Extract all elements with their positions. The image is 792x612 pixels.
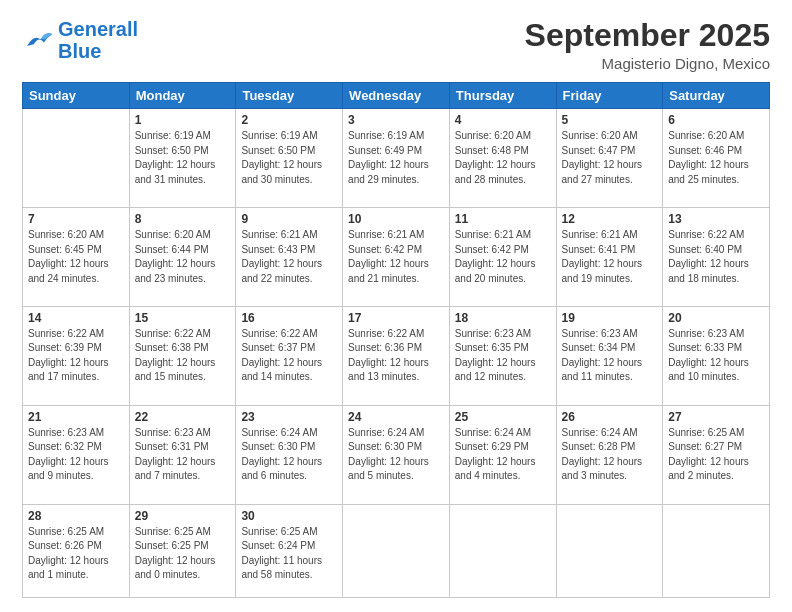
day-info: Sunrise: 6:23 AM Sunset: 6:34 PM Dayligh…	[562, 327, 658, 385]
day-info: Sunrise: 6:21 AM Sunset: 6:42 PM Dayligh…	[455, 228, 551, 286]
day-number: 4	[455, 113, 551, 127]
logo-icon	[22, 27, 54, 53]
day-number: 11	[455, 212, 551, 226]
calendar-cell: 30Sunrise: 6:25 AM Sunset: 6:24 PM Dayli…	[236, 504, 343, 597]
day-number: 19	[562, 311, 658, 325]
calendar-cell: 14Sunrise: 6:22 AM Sunset: 6:39 PM Dayli…	[23, 306, 130, 405]
day-number: 5	[562, 113, 658, 127]
col-header-friday: Friday	[556, 83, 663, 109]
calendar-cell: 7Sunrise: 6:20 AM Sunset: 6:45 PM Daylig…	[23, 208, 130, 307]
calendar-cell: 24Sunrise: 6:24 AM Sunset: 6:30 PM Dayli…	[343, 405, 450, 504]
calendar-cell: 11Sunrise: 6:21 AM Sunset: 6:42 PM Dayli…	[449, 208, 556, 307]
calendar-cell: 3Sunrise: 6:19 AM Sunset: 6:49 PM Daylig…	[343, 109, 450, 208]
day-number: 27	[668, 410, 764, 424]
day-number: 28	[28, 509, 124, 523]
calendar-week-3: 14Sunrise: 6:22 AM Sunset: 6:39 PM Dayli…	[23, 306, 770, 405]
calendar-week-2: 7Sunrise: 6:20 AM Sunset: 6:45 PM Daylig…	[23, 208, 770, 307]
day-info: Sunrise: 6:20 AM Sunset: 6:45 PM Dayligh…	[28, 228, 124, 286]
calendar-cell: 1Sunrise: 6:19 AM Sunset: 6:50 PM Daylig…	[129, 109, 236, 208]
calendar-week-4: 21Sunrise: 6:23 AM Sunset: 6:32 PM Dayli…	[23, 405, 770, 504]
calendar-week-1: 1Sunrise: 6:19 AM Sunset: 6:50 PM Daylig…	[23, 109, 770, 208]
page: Generall Blue September 2025 Magisterio …	[0, 0, 792, 612]
day-number: 9	[241, 212, 337, 226]
day-number: 18	[455, 311, 551, 325]
day-info: Sunrise: 6:23 AM Sunset: 6:32 PM Dayligh…	[28, 426, 124, 484]
day-number: 26	[562, 410, 658, 424]
day-number: 8	[135, 212, 231, 226]
day-info: Sunrise: 6:20 AM Sunset: 6:47 PM Dayligh…	[562, 129, 658, 187]
day-number: 24	[348, 410, 444, 424]
calendar-cell: 28Sunrise: 6:25 AM Sunset: 6:26 PM Dayli…	[23, 504, 130, 597]
title-area: September 2025 Magisterio Digno, Mexico	[525, 18, 770, 72]
day-info: Sunrise: 6:22 AM Sunset: 6:36 PM Dayligh…	[348, 327, 444, 385]
day-number: 29	[135, 509, 231, 523]
day-number: 7	[28, 212, 124, 226]
day-info: Sunrise: 6:23 AM Sunset: 6:31 PM Dayligh…	[135, 426, 231, 484]
day-info: Sunrise: 6:25 AM Sunset: 6:26 PM Dayligh…	[28, 525, 124, 583]
day-info: Sunrise: 6:19 AM Sunset: 6:50 PM Dayligh…	[241, 129, 337, 187]
day-number: 10	[348, 212, 444, 226]
calendar-cell: 21Sunrise: 6:23 AM Sunset: 6:32 PM Dayli…	[23, 405, 130, 504]
day-number: 17	[348, 311, 444, 325]
col-header-thursday: Thursday	[449, 83, 556, 109]
calendar-week-5: 28Sunrise: 6:25 AM Sunset: 6:26 PM Dayli…	[23, 504, 770, 597]
col-header-monday: Monday	[129, 83, 236, 109]
day-info: Sunrise: 6:23 AM Sunset: 6:33 PM Dayligh…	[668, 327, 764, 385]
day-number: 3	[348, 113, 444, 127]
day-info: Sunrise: 6:21 AM Sunset: 6:41 PM Dayligh…	[562, 228, 658, 286]
day-info: Sunrise: 6:22 AM Sunset: 6:37 PM Dayligh…	[241, 327, 337, 385]
day-number: 1	[135, 113, 231, 127]
day-info: Sunrise: 6:19 AM Sunset: 6:49 PM Dayligh…	[348, 129, 444, 187]
day-info: Sunrise: 6:24 AM Sunset: 6:29 PM Dayligh…	[455, 426, 551, 484]
day-info: Sunrise: 6:21 AM Sunset: 6:43 PM Dayligh…	[241, 228, 337, 286]
col-header-saturday: Saturday	[663, 83, 770, 109]
calendar-cell: 23Sunrise: 6:24 AM Sunset: 6:30 PM Dayli…	[236, 405, 343, 504]
calendar-cell: 15Sunrise: 6:22 AM Sunset: 6:38 PM Dayli…	[129, 306, 236, 405]
calendar-cell: 8Sunrise: 6:20 AM Sunset: 6:44 PM Daylig…	[129, 208, 236, 307]
day-number: 2	[241, 113, 337, 127]
day-number: 23	[241, 410, 337, 424]
day-number: 12	[562, 212, 658, 226]
day-number: 16	[241, 311, 337, 325]
col-header-wednesday: Wednesday	[343, 83, 450, 109]
day-info: Sunrise: 6:23 AM Sunset: 6:35 PM Dayligh…	[455, 327, 551, 385]
month-title: September 2025	[525, 18, 770, 53]
day-info: Sunrise: 6:21 AM Sunset: 6:42 PM Dayligh…	[348, 228, 444, 286]
day-number: 25	[455, 410, 551, 424]
col-header-sunday: Sunday	[23, 83, 130, 109]
day-info: Sunrise: 6:25 AM Sunset: 6:25 PM Dayligh…	[135, 525, 231, 583]
calendar-cell	[449, 504, 556, 597]
day-number: 20	[668, 311, 764, 325]
calendar-cell: 19Sunrise: 6:23 AM Sunset: 6:34 PM Dayli…	[556, 306, 663, 405]
day-info: Sunrise: 6:22 AM Sunset: 6:38 PM Dayligh…	[135, 327, 231, 385]
calendar-cell	[556, 504, 663, 597]
day-number: 13	[668, 212, 764, 226]
day-info: Sunrise: 6:19 AM Sunset: 6:50 PM Dayligh…	[135, 129, 231, 187]
day-info: Sunrise: 6:20 AM Sunset: 6:44 PM Dayligh…	[135, 228, 231, 286]
calendar-cell: 20Sunrise: 6:23 AM Sunset: 6:33 PM Dayli…	[663, 306, 770, 405]
calendar-cell: 16Sunrise: 6:22 AM Sunset: 6:37 PM Dayli…	[236, 306, 343, 405]
calendar-cell: 29Sunrise: 6:25 AM Sunset: 6:25 PM Dayli…	[129, 504, 236, 597]
calendar-cell: 6Sunrise: 6:20 AM Sunset: 6:46 PM Daylig…	[663, 109, 770, 208]
calendar-cell: 18Sunrise: 6:23 AM Sunset: 6:35 PM Dayli…	[449, 306, 556, 405]
logo: Generall Blue	[22, 18, 138, 62]
day-info: Sunrise: 6:22 AM Sunset: 6:40 PM Dayligh…	[668, 228, 764, 286]
calendar-cell: 9Sunrise: 6:21 AM Sunset: 6:43 PM Daylig…	[236, 208, 343, 307]
calendar-cell: 13Sunrise: 6:22 AM Sunset: 6:40 PM Dayli…	[663, 208, 770, 307]
day-info: Sunrise: 6:25 AM Sunset: 6:27 PM Dayligh…	[668, 426, 764, 484]
calendar-cell: 12Sunrise: 6:21 AM Sunset: 6:41 PM Dayli…	[556, 208, 663, 307]
calendar-cell: 22Sunrise: 6:23 AM Sunset: 6:31 PM Dayli…	[129, 405, 236, 504]
day-info: Sunrise: 6:25 AM Sunset: 6:24 PM Dayligh…	[241, 525, 337, 583]
day-info: Sunrise: 6:20 AM Sunset: 6:46 PM Dayligh…	[668, 129, 764, 187]
calendar-cell: 27Sunrise: 6:25 AM Sunset: 6:27 PM Dayli…	[663, 405, 770, 504]
calendar-cell	[663, 504, 770, 597]
day-number: 14	[28, 311, 124, 325]
day-number: 21	[28, 410, 124, 424]
calendar-cell: 26Sunrise: 6:24 AM Sunset: 6:28 PM Dayli…	[556, 405, 663, 504]
logo-text: Generall Blue	[58, 18, 138, 62]
day-info: Sunrise: 6:22 AM Sunset: 6:39 PM Dayligh…	[28, 327, 124, 385]
day-number: 22	[135, 410, 231, 424]
col-header-tuesday: Tuesday	[236, 83, 343, 109]
calendar-cell: 5Sunrise: 6:20 AM Sunset: 6:47 PM Daylig…	[556, 109, 663, 208]
day-info: Sunrise: 6:24 AM Sunset: 6:28 PM Dayligh…	[562, 426, 658, 484]
